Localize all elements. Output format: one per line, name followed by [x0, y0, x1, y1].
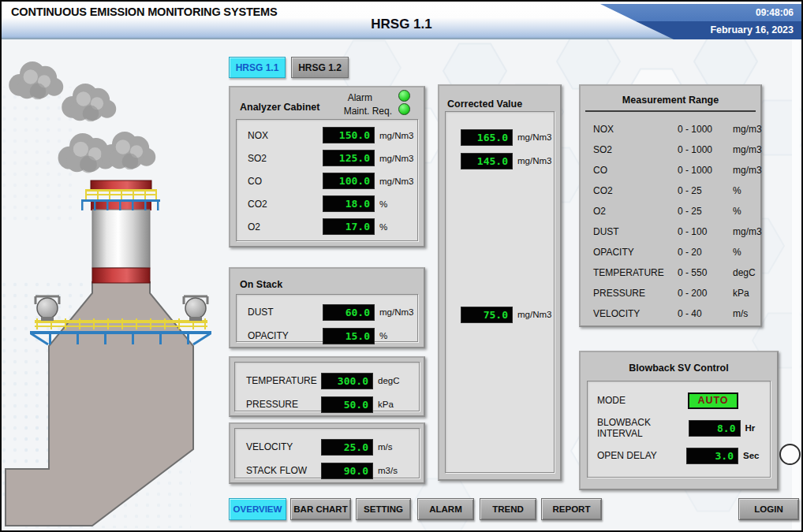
- value-display: 125.0: [323, 150, 375, 166]
- param-label: STACK FLOW: [246, 465, 321, 476]
- unit-label: mg/Nm3: [517, 310, 551, 319]
- param-label: CO: [248, 176, 323, 187]
- param-label: CO2: [593, 185, 678, 196]
- row-velocity: VELOCITY 25.0 m/s: [235, 435, 419, 459]
- unit-label: Hr: [745, 423, 763, 433]
- alarm-label: Alarm: [348, 92, 372, 103]
- velocity-flow-group: VELOCITY 25.0 m/s STACK FLOW 90.0 m3/s: [234, 428, 420, 478]
- app-title: CONTINUOUS EMISSION MONITORING SYSTEMS: [11, 5, 278, 18]
- param-label: PRESSURE: [246, 399, 321, 410]
- range-row: SO2 0 - 1000 mg/m3: [593, 140, 757, 160]
- param-label: VELOCITY: [246, 441, 321, 452]
- panel-title: Corrected Value: [447, 99, 522, 110]
- range-row: PRESSURE 0 - 200 kPa: [593, 283, 757, 303]
- nav-trend-button[interactable]: TREND: [480, 498, 536, 520]
- unit-label: m3/s: [378, 466, 398, 475]
- clock-date: February 16, 2023: [592, 21, 801, 39]
- corrected-row-nox: 165.0 mg/Nm3: [461, 128, 551, 147]
- param-label: TEMPERATURE: [593, 267, 678, 278]
- tab-hrsg-1-2[interactable]: HRSG 1.2: [291, 57, 349, 78]
- unit-label: Sec: [743, 451, 762, 460]
- nav-overview-button[interactable]: OVERVIEW: [229, 498, 286, 520]
- param-label: OPACITY: [248, 330, 323, 341]
- value-display: 100.0: [323, 173, 375, 189]
- range-row: O2 0 - 25 %: [593, 201, 757, 221]
- panel-title: On Stack: [240, 279, 282, 290]
- range-value: 0 - 1000: [678, 124, 733, 135]
- analyzer-row-nox: NOX 150.0 mg/Nm3: [237, 124, 417, 147]
- corrected-row-dust: 75.0 mg/Nm3: [461, 305, 551, 324]
- nav-setting-button[interactable]: SETTING: [356, 498, 411, 520]
- tab-hrsg-1-1[interactable]: HRSG 1.1: [229, 57, 286, 78]
- nav-report-button[interactable]: REPORT: [541, 498, 602, 520]
- panel-title: Blowback SV Control: [581, 363, 777, 374]
- onstack-row-dust: DUST 60.0 mg/Nm3: [237, 300, 417, 324]
- login-button[interactable]: LOGIN: [738, 498, 799, 520]
- page-title: HRSG 1.1: [371, 17, 431, 32]
- analyzer-values-group: NOX 150.0 mg/Nm3 SO2 125.0 mg/Nm3 CO 100…: [236, 119, 418, 241]
- open-delay-setpoint[interactable]: 3.0: [686, 448, 738, 464]
- value-display: 300.0: [321, 373, 373, 389]
- unit-label: mg/Nm3: [379, 154, 413, 163]
- maint-req-label: Maint. Req.: [344, 106, 392, 117]
- title-divider: [585, 110, 756, 112]
- stack-analyzer-right: [184, 296, 207, 321]
- range-row: DUST 0 - 100 mg/m3: [593, 221, 757, 242]
- unit-label: mg/m3: [733, 165, 762, 176]
- maint-req-indicator-icon: [398, 103, 410, 115]
- on-stack-values-group: DUST 60.0 mg/Nm3 OPACITY 15.0 %: [236, 294, 418, 342]
- range-value: 0 - 25: [678, 185, 733, 196]
- param-label: PRESSURE: [593, 288, 678, 299]
- value-display: 17.0: [323, 218, 375, 235]
- param-label: VELOCITY: [593, 308, 678, 319]
- range-value: 0 - 40: [678, 308, 733, 319]
- corrected-row-so2: 145.0 mg/Nm3: [461, 151, 551, 170]
- unit-label: degC: [733, 267, 756, 278]
- measurement-range-panel: Measurement Range NOX 0 - 1000 mg/m3 SO2…: [579, 84, 762, 327]
- value-display: 25.0: [321, 439, 373, 456]
- value-display: 18.0: [323, 195, 375, 212]
- comm-status-circle-icon: [779, 444, 801, 465]
- unit-label: %: [379, 199, 387, 209]
- row-temperature: TEMPERATURE 300.0 degC: [235, 369, 419, 392]
- param-label: O2: [248, 221, 323, 233]
- row-blowback-interval: BLOWBACK INTERVAL 8.0 Hr: [597, 419, 762, 437]
- analyzer-row-o2: O2 17.0 %: [237, 215, 417, 238]
- clock-block: 09:48:06 February 16, 2023: [592, 4, 801, 39]
- row-mode: MODE AUTO: [597, 391, 762, 410]
- analyzer-row-so2: SO2 125.0 mg/Nm3: [237, 147, 417, 169]
- range-value: 0 - 200: [678, 288, 733, 299]
- nav-bar-chart-button[interactable]: BAR CHART: [290, 498, 351, 520]
- param-label: NOX: [593, 124, 678, 135]
- unit-label: mg/m3: [733, 144, 762, 155]
- range-row: OPACITY 0 - 20 %: [593, 242, 757, 262]
- temp-pressure-group: TEMPERATURE 300.0 degC PRESSURE 50.0 kPa: [234, 362, 420, 411]
- row-open-delay: OPEN DELAY 3.0 Sec: [597, 446, 762, 465]
- param-label: CO2: [248, 199, 323, 210]
- range-row: NOX 0 - 1000 mg/m3: [593, 119, 757, 140]
- unit-label: mg/Nm3: [517, 156, 551, 166]
- nav-alarm-button[interactable]: ALARM: [417, 498, 474, 520]
- unit-label: kPa: [378, 400, 394, 409]
- value-display: 15.0: [323, 328, 375, 344]
- onstack-row-opacity: OPACITY 15.0 %: [237, 324, 417, 348]
- stack-graphic: [2, 39, 238, 532]
- corrected-values-group: 165.0 mg/Nm3 145.0 mg/Nm3 75.0 mg/Nm3: [445, 111, 555, 473]
- param-label: O2: [593, 206, 678, 217]
- param-label: SO2: [593, 144, 678, 155]
- blowback-interval-setpoint[interactable]: 8.0: [689, 420, 741, 437]
- unit-label: m/s: [378, 442, 393, 452]
- param-label: BLOWBACK INTERVAL: [597, 417, 689, 439]
- param-label: TEMPERATURE: [246, 375, 321, 386]
- mode-auto-button[interactable]: AUTO: [688, 392, 738, 409]
- panel-title: Measurement Range: [581, 95, 760, 106]
- unit-label: mg/Nm3: [517, 132, 551, 142]
- param-label: MODE: [597, 395, 688, 406]
- range-value: 0 - 1000: [678, 144, 733, 155]
- unit-label: mg/Nm3: [379, 307, 413, 317]
- corrected-value-panel: Corrected Value 165.0 mg/Nm3 145.0 mg/Nm…: [438, 84, 562, 481]
- range-table: NOX 0 - 1000 mg/m3 SO2 0 - 1000 mg/m3 CO…: [593, 119, 757, 324]
- unit-label: mg/Nm3: [379, 131, 413, 140]
- alarm-indicator-icon: [398, 90, 410, 102]
- range-value: 0 - 20: [678, 247, 733, 258]
